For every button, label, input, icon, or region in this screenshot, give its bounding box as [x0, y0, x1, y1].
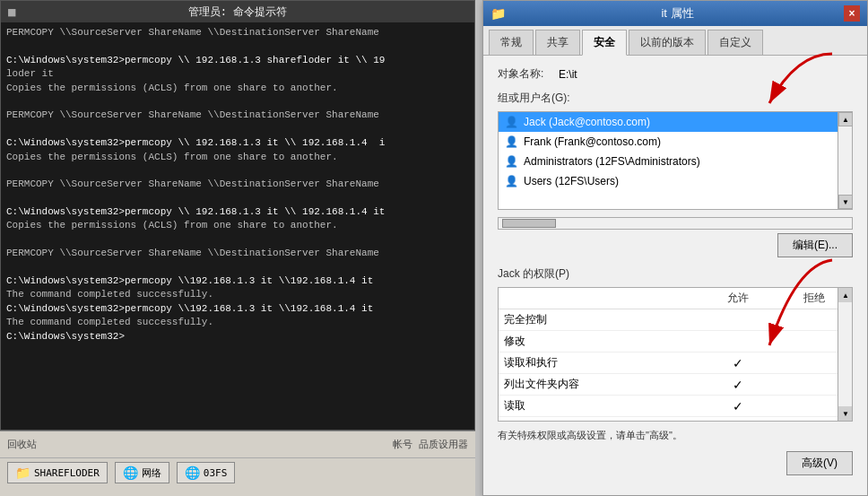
perm-allow[interactable]: ✓: [700, 396, 776, 417]
user-item-label: Jack (Jack@contoso.com): [524, 116, 650, 128]
folder-icon: 📁: [15, 466, 30, 480]
perm-allow[interactable]: ✓: [700, 352, 776, 374]
users-scroll-up[interactable]: ▲: [838, 112, 853, 126]
cmd-line: PERMCOPY \\SourceServer ShareName \\Dest…: [6, 178, 469, 191]
cmd-line: PERMCOPY \\SourceServer ShareName \\Dest…: [6, 26, 469, 39]
cmd-line: [6, 164, 469, 178]
user-icon: 👤: [504, 135, 518, 149]
object-name-row: 对象名称: E:\it: [498, 66, 853, 82]
permissions-table-wrapper[interactable]: 允许 拒绝 完全控制修改读取和执行✓列出文件夹内容✓读取✓写入 ▲ ▼: [498, 287, 853, 422]
cmd-line: [6, 192, 469, 205]
checkmark-allow: ✓: [733, 399, 743, 413]
dialog-close-button[interactable]: ×: [844, 5, 860, 22]
user-item-label: Users (12FS\Users): [524, 175, 619, 187]
perm-name-header: [499, 288, 700, 309]
taskbar-03fs[interactable]: 🌐 03FS: [177, 462, 236, 483]
advanced-button[interactable]: 高级(V): [786, 451, 853, 475]
cmd-title: 管理员: 命令提示符: [188, 4, 287, 20]
perm-scroll-up[interactable]: ▲: [838, 288, 853, 302]
cmd-line: loder it: [6, 67, 469, 81]
tab-共享[interactable]: 共享: [535, 30, 580, 55]
dialog-title: it 属性: [661, 5, 693, 22]
perm-allow[interactable]: [700, 417, 776, 422]
user-item[interactable]: 👤Frank (Frank@contoso.com): [499, 132, 852, 152]
tab-自定义[interactable]: 自定义: [707, 30, 763, 55]
perm-allow[interactable]: [700, 331, 776, 352]
taskbar-sharefloder[interactable]: 📁 SHAREFLODER: [7, 462, 108, 483]
perm-name: 完全控制: [499, 309, 700, 331]
tab-安全[interactable]: 安全: [582, 30, 627, 56]
perm-scrollbar[interactable]: ▲ ▼: [838, 288, 852, 421]
permissions-table-container: 允许 拒绝 完全控制修改读取和执行✓列出文件夹内容✓读取✓写入 ▲ ▼: [498, 287, 853, 422]
cmd-line: The command completed successfully.: [6, 316, 469, 329]
permissions-label: Jack 的权限(P): [498, 266, 853, 282]
object-label: 对象名称:: [498, 66, 551, 82]
users-list-scrollbar[interactable]: ▲ ▼: [838, 112, 852, 209]
perm-row: 修改: [499, 331, 852, 352]
user-item[interactable]: 👤Administrators (12FS\Administrators): [499, 152, 852, 171]
cmd-line: C:\Windows\system32>permcopy \\192.168.1…: [6, 274, 469, 288]
cmd-line: [6, 39, 469, 53]
network-icon: 🌐: [123, 466, 138, 480]
perm-allow[interactable]: [700, 309, 776, 331]
cmd-line: [6, 261, 469, 274]
group-label: 组或用户名(G):: [498, 91, 853, 106]
users-list[interactable]: 👤Jack (Jack@contoso.com)👤Frank (Frank@co…: [498, 111, 853, 210]
perm-row: 完全控制: [499, 309, 852, 331]
dialog-content: 对象名称: E:\it 组或用户名(G): 👤Jack (Jack@contos…: [483, 56, 867, 495]
user-icon: 👤: [504, 115, 518, 129]
taskbar-items: 📁 SHAREFLODER 🌐 网络 🌐 03FS: [0, 458, 475, 487]
cmd-line: C:\Windows\system32>permcopy \\ 192.168.…: [6, 136, 469, 150]
users-scroll-down[interactable]: ▼: [838, 195, 853, 209]
perm-name: 修改: [499, 331, 700, 352]
users-hscroll[interactable]: [498, 217, 853, 230]
object-value: E:\it: [559, 68, 577, 81]
advanced-btn-row: 高级(V): [498, 451, 853, 475]
tab-常规[interactable]: 常规: [489, 30, 534, 55]
cmd-icon: ■: [8, 4, 15, 19]
perm-name: 读取: [499, 396, 700, 417]
cmd-line: Copies the permissions (ACLS) from one s…: [6, 151, 469, 164]
cmd-line: Copies the permissions (ACLS) from one s…: [6, 219, 469, 232]
perm-allow-header: 允许: [700, 288, 776, 309]
taskbar-network[interactable]: 🌐 网络: [115, 462, 169, 483]
cmd-line: [6, 233, 469, 247]
edit-button[interactable]: 编辑(E)...: [777, 233, 853, 257]
cmd-line: PERMCOPY \\SourceServer ShareName \\Dest…: [6, 247, 469, 260]
taskbar-recycle: 回收站: [7, 438, 37, 451]
user-icon: 👤: [504, 174, 518, 188]
cmd-line: C:\Windows\system32>permcopy \\192.168.1…: [6, 302, 469, 316]
taskbar-03fs-label: 03FS: [204, 467, 228, 479]
permissions-table: 允许 拒绝 完全控制修改读取和执行✓列出文件夹内容✓读取✓写入: [499, 288, 852, 422]
cmd-line: The command completed successfully.: [6, 288, 469, 301]
users-hscroll-thumb: [502, 219, 556, 228]
perm-name: 读取和执行: [499, 352, 700, 374]
perm-allow[interactable]: ✓: [700, 374, 776, 396]
checkmark-allow: ✓: [733, 356, 743, 370]
checkmark-allow: ✓: [733, 378, 743, 392]
cmd-line: [6, 95, 469, 109]
taskbar-sharefloder-label: SHAREFLODER: [34, 467, 100, 479]
cmd-body: PERMCOPY \\SourceServer ShareName \\Dest…: [1, 22, 474, 430]
tab-以前的版本[interactable]: 以前的版本: [629, 30, 706, 55]
cmd-line: C:\Windows\system32>permcopy \\ 192.168.…: [6, 205, 469, 219]
taskbar-network-label: 网络: [142, 466, 161, 480]
user-item[interactable]: 👤Jack (Jack@contoso.com): [499, 112, 852, 132]
perm-name: 写入: [499, 417, 700, 422]
perm-scroll-down[interactable]: ▼: [838, 406, 853, 421]
perm-row: 列出文件夹内容✓: [499, 374, 852, 396]
cmd-line: Copies the permissions (ACLS) from one s…: [6, 82, 469, 95]
perm-row: 读取✓: [499, 396, 852, 417]
cmd-window: ■ 管理员: 命令提示符 PERMCOPY \\SourceServer Sha…: [0, 0, 475, 431]
cmd-titlebar: ■ 管理员: 命令提示符: [1, 1, 474, 22]
cmd-line: C:\Windows\system32>: [6, 330, 469, 344]
perm-row: 读取和执行✓: [499, 352, 852, 374]
user-item-label: Administrators (12FS\Administrators): [524, 155, 700, 168]
properties-dialog: 📁 it 属性 × 常规共享安全以前的版本自定义 对象名称: E:\it 组或用…: [482, 0, 868, 496]
taskbar: 回收站 帐号 品质设用器 📁 SHAREFLODER 🌐 网络 🌐 03FS: [0, 431, 475, 496]
user-item-label: Frank (Frank@contoso.com): [524, 135, 661, 148]
perm-name: 列出文件夹内容: [499, 374, 700, 396]
cmd-line: C:\Windows\system32>permcopy \\ 192.168.…: [6, 54, 469, 67]
dialog-title-icon: 📁: [490, 6, 506, 21]
user-item[interactable]: 👤Users (12FS\Users): [499, 171, 852, 191]
